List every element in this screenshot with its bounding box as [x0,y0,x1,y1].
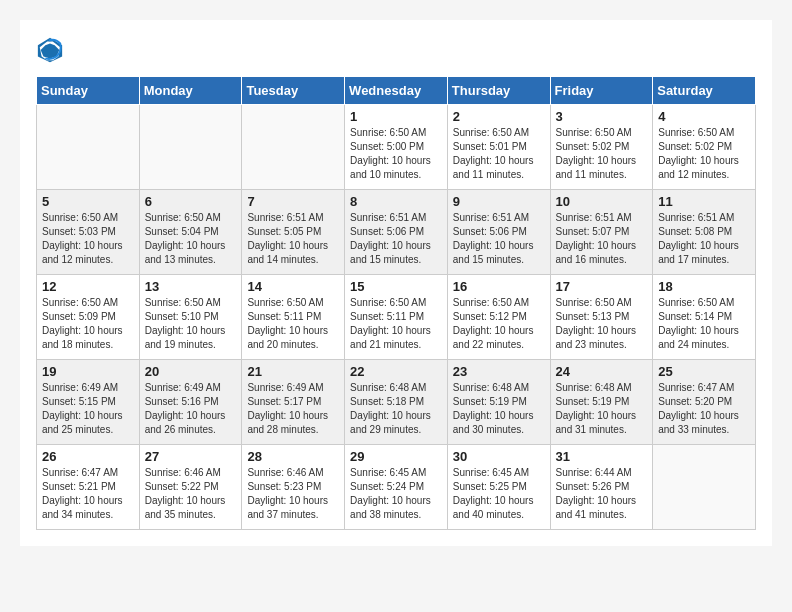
day-info: Sunrise: 6:50 AM Sunset: 5:02 PM Dayligh… [556,126,648,182]
calendar-cell: 9Sunrise: 6:51 AM Sunset: 5:06 PM Daylig… [447,190,550,275]
day-number: 13 [145,279,237,294]
calendar-cell: 5Sunrise: 6:50 AM Sunset: 5:03 PM Daylig… [37,190,140,275]
calendar-cell: 21Sunrise: 6:49 AM Sunset: 5:17 PM Dayli… [242,360,345,445]
day-number: 2 [453,109,545,124]
day-info: Sunrise: 6:50 AM Sunset: 5:12 PM Dayligh… [453,296,545,352]
logo [36,36,68,64]
calendar-cell [37,105,140,190]
calendar-cell: 3Sunrise: 6:50 AM Sunset: 5:02 PM Daylig… [550,105,653,190]
day-number: 30 [453,449,545,464]
day-number: 15 [350,279,442,294]
day-info: Sunrise: 6:51 AM Sunset: 5:08 PM Dayligh… [658,211,750,267]
day-info: Sunrise: 6:46 AM Sunset: 5:23 PM Dayligh… [247,466,339,522]
calendar-cell [139,105,242,190]
weekday-header-row: SundayMondayTuesdayWednesdayThursdayFrid… [37,77,756,105]
calendar-cell: 31Sunrise: 6:44 AM Sunset: 5:26 PM Dayli… [550,445,653,530]
day-number: 19 [42,364,134,379]
day-number: 26 [42,449,134,464]
calendar-cell: 23Sunrise: 6:48 AM Sunset: 5:19 PM Dayli… [447,360,550,445]
calendar-cell: 11Sunrise: 6:51 AM Sunset: 5:08 PM Dayli… [653,190,756,275]
calendar-cell: 28Sunrise: 6:46 AM Sunset: 5:23 PM Dayli… [242,445,345,530]
calendar-cell: 13Sunrise: 6:50 AM Sunset: 5:10 PM Dayli… [139,275,242,360]
day-info: Sunrise: 6:51 AM Sunset: 5:06 PM Dayligh… [453,211,545,267]
calendar-cell: 20Sunrise: 6:49 AM Sunset: 5:16 PM Dayli… [139,360,242,445]
calendar-header: SundayMondayTuesdayWednesdayThursdayFrid… [37,77,756,105]
calendar-week-3: 12Sunrise: 6:50 AM Sunset: 5:09 PM Dayli… [37,275,756,360]
calendar-cell: 25Sunrise: 6:47 AM Sunset: 5:20 PM Dayli… [653,360,756,445]
day-number: 22 [350,364,442,379]
day-number: 18 [658,279,750,294]
calendar-cell: 1Sunrise: 6:50 AM Sunset: 5:00 PM Daylig… [345,105,448,190]
day-number: 12 [42,279,134,294]
calendar-cell: 17Sunrise: 6:50 AM Sunset: 5:13 PM Dayli… [550,275,653,360]
weekday-header-tuesday: Tuesday [242,77,345,105]
calendar-week-2: 5Sunrise: 6:50 AM Sunset: 5:03 PM Daylig… [37,190,756,275]
day-number: 11 [658,194,750,209]
calendar-cell: 10Sunrise: 6:51 AM Sunset: 5:07 PM Dayli… [550,190,653,275]
day-info: Sunrise: 6:50 AM Sunset: 5:03 PM Dayligh… [42,211,134,267]
calendar-cell: 7Sunrise: 6:51 AM Sunset: 5:05 PM Daylig… [242,190,345,275]
day-info: Sunrise: 6:51 AM Sunset: 5:07 PM Dayligh… [556,211,648,267]
weekday-header-saturday: Saturday [653,77,756,105]
day-info: Sunrise: 6:50 AM Sunset: 5:01 PM Dayligh… [453,126,545,182]
calendar-week-5: 26Sunrise: 6:47 AM Sunset: 5:21 PM Dayli… [37,445,756,530]
day-number: 29 [350,449,442,464]
weekday-header-friday: Friday [550,77,653,105]
weekday-header-monday: Monday [139,77,242,105]
day-number: 17 [556,279,648,294]
day-info: Sunrise: 6:47 AM Sunset: 5:20 PM Dayligh… [658,381,750,437]
day-info: Sunrise: 6:50 AM Sunset: 5:04 PM Dayligh… [145,211,237,267]
day-number: 9 [453,194,545,209]
calendar-page: SundayMondayTuesdayWednesdayThursdayFrid… [20,20,772,546]
day-info: Sunrise: 6:46 AM Sunset: 5:22 PM Dayligh… [145,466,237,522]
day-info: Sunrise: 6:51 AM Sunset: 5:06 PM Dayligh… [350,211,442,267]
weekday-header-wednesday: Wednesday [345,77,448,105]
day-info: Sunrise: 6:50 AM Sunset: 5:11 PM Dayligh… [350,296,442,352]
calendar-cell: 15Sunrise: 6:50 AM Sunset: 5:11 PM Dayli… [345,275,448,360]
day-number: 10 [556,194,648,209]
calendar-cell: 16Sunrise: 6:50 AM Sunset: 5:12 PM Dayli… [447,275,550,360]
calendar-cell: 24Sunrise: 6:48 AM Sunset: 5:19 PM Dayli… [550,360,653,445]
day-info: Sunrise: 6:45 AM Sunset: 5:25 PM Dayligh… [453,466,545,522]
calendar-cell: 22Sunrise: 6:48 AM Sunset: 5:18 PM Dayli… [345,360,448,445]
calendar-week-1: 1Sunrise: 6:50 AM Sunset: 5:00 PM Daylig… [37,105,756,190]
weekday-header-sunday: Sunday [37,77,140,105]
calendar-cell: 18Sunrise: 6:50 AM Sunset: 5:14 PM Dayli… [653,275,756,360]
day-info: Sunrise: 6:48 AM Sunset: 5:19 PM Dayligh… [453,381,545,437]
day-number: 3 [556,109,648,124]
logo-icon [36,36,64,64]
day-number: 5 [42,194,134,209]
day-info: Sunrise: 6:50 AM Sunset: 5:09 PM Dayligh… [42,296,134,352]
day-info: Sunrise: 6:49 AM Sunset: 5:15 PM Dayligh… [42,381,134,437]
calendar-cell: 6Sunrise: 6:50 AM Sunset: 5:04 PM Daylig… [139,190,242,275]
day-number: 7 [247,194,339,209]
calendar-cell: 4Sunrise: 6:50 AM Sunset: 5:02 PM Daylig… [653,105,756,190]
calendar-week-4: 19Sunrise: 6:49 AM Sunset: 5:15 PM Dayli… [37,360,756,445]
day-number: 24 [556,364,648,379]
day-info: Sunrise: 6:50 AM Sunset: 5:00 PM Dayligh… [350,126,442,182]
day-number: 8 [350,194,442,209]
day-info: Sunrise: 6:50 AM Sunset: 5:13 PM Dayligh… [556,296,648,352]
calendar-cell: 2Sunrise: 6:50 AM Sunset: 5:01 PM Daylig… [447,105,550,190]
calendar-body: 1Sunrise: 6:50 AM Sunset: 5:00 PM Daylig… [37,105,756,530]
calendar-cell: 19Sunrise: 6:49 AM Sunset: 5:15 PM Dayli… [37,360,140,445]
day-number: 23 [453,364,545,379]
calendar-cell: 12Sunrise: 6:50 AM Sunset: 5:09 PM Dayli… [37,275,140,360]
day-info: Sunrise: 6:48 AM Sunset: 5:18 PM Dayligh… [350,381,442,437]
calendar-cell: 14Sunrise: 6:50 AM Sunset: 5:11 PM Dayli… [242,275,345,360]
calendar-cell: 30Sunrise: 6:45 AM Sunset: 5:25 PM Dayli… [447,445,550,530]
day-number: 6 [145,194,237,209]
day-info: Sunrise: 6:47 AM Sunset: 5:21 PM Dayligh… [42,466,134,522]
day-info: Sunrise: 6:45 AM Sunset: 5:24 PM Dayligh… [350,466,442,522]
day-info: Sunrise: 6:44 AM Sunset: 5:26 PM Dayligh… [556,466,648,522]
calendar-cell [653,445,756,530]
day-info: Sunrise: 6:50 AM Sunset: 5:02 PM Dayligh… [658,126,750,182]
day-number: 14 [247,279,339,294]
day-info: Sunrise: 6:49 AM Sunset: 5:17 PM Dayligh… [247,381,339,437]
weekday-header-thursday: Thursday [447,77,550,105]
day-number: 27 [145,449,237,464]
day-number: 31 [556,449,648,464]
day-number: 1 [350,109,442,124]
day-info: Sunrise: 6:51 AM Sunset: 5:05 PM Dayligh… [247,211,339,267]
day-number: 16 [453,279,545,294]
